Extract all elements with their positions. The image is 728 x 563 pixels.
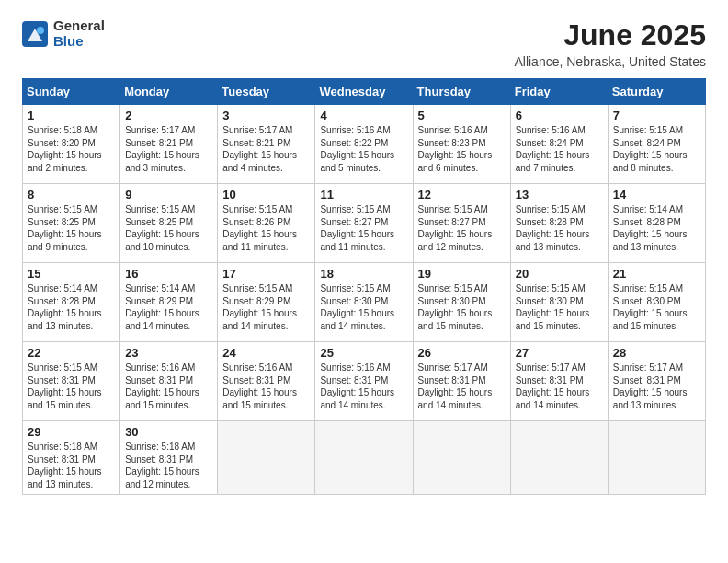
daylight-line: Daylight: 15 hours and 14 minutes. [222,307,310,332]
page: General Blue June 2025 Alliance, Nebrask… [0,0,728,563]
sunrise-line: Sunrise: 5:16 AM [320,362,407,374]
daylight-line: Daylight: 15 hours and 10 minutes. [125,228,212,253]
daylight-line: Daylight: 15 hours and 9 minutes. [28,228,115,253]
sunset-line: Sunset: 8:23 PM [418,137,506,150]
day-number: 5 [418,109,506,122]
col-friday: Friday [510,79,608,105]
daylight-line: Daylight: 15 hours and 14 minutes. [320,386,407,411]
table-row: 9 Sunrise: 5:15 AM Sunset: 8:25 PM Dayli… [120,184,218,263]
sunset-line: Sunset: 8:21 PM [222,137,310,150]
table-row [608,421,705,495]
sunrise-line: Sunrise: 5:18 AM [28,124,115,137]
table-row: 8 Sunrise: 5:15 AM Sunset: 8:25 PM Dayli… [23,184,120,263]
table-row: 16 Sunrise: 5:14 AM Sunset: 8:29 PM Dayl… [120,263,218,342]
day-number: 3 [222,109,310,122]
table-row: 5 Sunrise: 5:16 AM Sunset: 8:23 PM Dayli… [413,105,510,184]
sunset-line: Sunset: 8:30 PM [516,295,603,308]
table-row [315,421,413,495]
day-number: 29 [28,425,115,439]
table-row: 18 Sunrise: 5:15 AM Sunset: 8:30 PM Dayl… [315,263,413,342]
daylight-line: Daylight: 15 hours and 13 minutes. [28,307,115,332]
day-number: 4 [320,109,407,122]
col-thursday: Thursday [413,79,510,105]
day-number: 22 [28,346,115,360]
sunset-line: Sunset: 8:30 PM [613,295,700,308]
table-row: 13 Sunrise: 5:15 AM Sunset: 8:28 PM Dayl… [510,184,608,263]
day-number: 24 [222,346,310,360]
day-number: 15 [28,267,115,281]
day-number: 21 [613,267,700,281]
sunset-line: Sunset: 8:24 PM [516,137,603,150]
sunset-line: Sunset: 8:30 PM [320,295,407,308]
day-number: 26 [418,346,506,360]
day-number: 30 [125,425,212,439]
sunrise-line: Sunrise: 5:17 AM [418,362,506,374]
sunset-line: Sunset: 8:26 PM [222,216,310,229]
sunset-line: Sunset: 8:22 PM [320,137,407,150]
sunset-line: Sunset: 8:20 PM [28,137,115,150]
sunrise-line: Sunrise: 5:17 AM [222,124,310,137]
table-row: 2 Sunrise: 5:17 AM Sunset: 8:21 PM Dayli… [120,105,218,184]
day-number: 25 [320,346,407,360]
sunrise-line: Sunrise: 5:15 AM [516,282,603,295]
daylight-line: Daylight: 15 hours and 3 minutes. [125,149,212,174]
logo: General Blue [22,18,105,49]
daylight-line: Daylight: 15 hours and 15 minutes. [222,386,310,411]
sunrise-line: Sunrise: 5:15 AM [222,203,310,216]
daylight-line: Daylight: 15 hours and 2 minutes. [28,149,115,174]
sunset-line: Sunset: 8:31 PM [516,374,603,387]
table-row: 21 Sunrise: 5:15 AM Sunset: 8:30 PM Dayl… [608,263,705,342]
daylight-line: Daylight: 15 hours and 13 minutes. [28,465,115,490]
month-title: June 2025 [514,18,706,52]
sunset-line: Sunset: 8:31 PM [28,374,115,387]
day-number: 7 [613,109,700,122]
day-number: 10 [222,188,310,201]
daylight-line: Daylight: 15 hours and 15 minutes. [418,307,506,332]
day-number: 14 [613,188,700,201]
svg-point-2 [37,27,44,34]
table-row: 14 Sunrise: 5:14 AM Sunset: 8:28 PM Dayl… [608,184,705,263]
table-row: 28 Sunrise: 5:17 AM Sunset: 8:31 PM Dayl… [608,342,705,421]
logo-general: General [53,18,105,34]
daylight-line: Daylight: 15 hours and 15 minutes. [125,386,212,411]
sunrise-line: Sunrise: 5:17 AM [516,362,603,374]
sunrise-line: Sunrise: 5:15 AM [222,282,310,295]
day-number: 18 [320,267,407,281]
day-number: 2 [125,109,212,122]
sunrise-line: Sunrise: 5:15 AM [320,203,407,216]
sunset-line: Sunset: 8:31 PM [613,374,700,387]
sunset-line: Sunset: 8:25 PM [28,216,115,229]
col-monday: Monday [120,79,218,105]
sunrise-line: Sunrise: 5:18 AM [28,441,115,454]
sunrise-line: Sunrise: 5:15 AM [516,203,603,216]
daylight-line: Daylight: 15 hours and 15 minutes. [516,307,603,332]
sunrise-line: Sunrise: 5:17 AM [613,362,700,374]
table-row: 25 Sunrise: 5:16 AM Sunset: 8:31 PM Dayl… [315,342,413,421]
sunset-line: Sunset: 8:21 PM [125,137,212,150]
table-row: 24 Sunrise: 5:16 AM Sunset: 8:31 PM Dayl… [218,342,315,421]
location: Alliance, Nebraska, United States [514,54,706,69]
daylight-line: Daylight: 15 hours and 15 minutes. [613,307,700,332]
sunset-line: Sunset: 8:31 PM [320,374,407,387]
sunrise-line: Sunrise: 5:14 AM [28,282,115,295]
sunrise-line: Sunrise: 5:16 AM [222,362,310,374]
daylight-line: Daylight: 15 hours and 11 minutes. [320,228,407,253]
sunset-line: Sunset: 8:27 PM [320,216,407,229]
sunrise-line: Sunrise: 5:15 AM [418,282,506,295]
sunset-line: Sunset: 8:31 PM [125,374,212,387]
table-row [510,421,608,495]
title-area: June 2025 Alliance, Nebraska, United Sta… [514,18,706,69]
col-sunday: Sunday [23,79,120,105]
daylight-line: Daylight: 15 hours and 14 minutes. [418,386,506,411]
sunrise-line: Sunrise: 5:15 AM [320,282,407,295]
sunrise-line: Sunrise: 5:16 AM [516,124,603,137]
daylight-line: Daylight: 15 hours and 13 minutes. [613,386,700,411]
daylight-line: Daylight: 15 hours and 4 minutes. [222,149,310,174]
table-row: 15 Sunrise: 5:14 AM Sunset: 8:28 PM Dayl… [23,263,120,342]
day-number: 16 [125,267,212,281]
table-row: 3 Sunrise: 5:17 AM Sunset: 8:21 PM Dayli… [218,105,315,184]
table-row: 1 Sunrise: 5:18 AM Sunset: 8:20 PM Dayli… [23,105,120,184]
sunrise-line: Sunrise: 5:15 AM [613,282,700,295]
sunrise-line: Sunrise: 5:15 AM [28,362,115,374]
day-number: 8 [28,188,115,201]
